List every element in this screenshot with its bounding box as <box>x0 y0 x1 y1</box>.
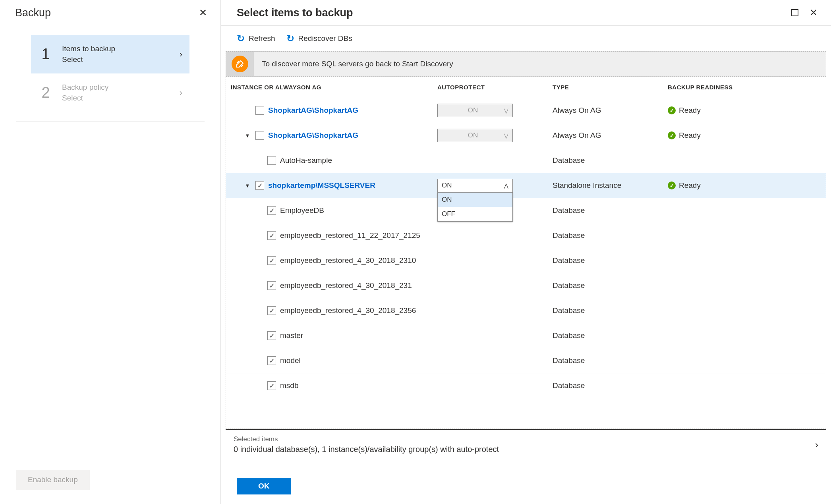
readiness-status: ✓ Ready <box>668 106 821 115</box>
table-row[interactable]: ▼ ShopkartAG\ShopkartAG ON ⋁ Always On A… <box>226 123 826 148</box>
autoprotect-select[interactable]: ON ⋀ ON OFF <box>437 179 513 192</box>
instance-name[interactable]: ShopkartAG\ShopkartAG <box>268 106 358 115</box>
readiness-status: ✓ Ready <box>668 131 821 140</box>
chevron-right-icon: › <box>815 439 818 450</box>
maximize-icon[interactable] <box>791 9 798 16</box>
close-icon[interactable]: ✕ <box>806 6 821 20</box>
row-checkbox[interactable] <box>267 256 276 265</box>
close-icon[interactable]: ✕ <box>195 6 211 20</box>
instance-name[interactable]: shopkartemp\MSSQLSERVER <box>268 181 375 190</box>
table-row[interactable]: ShopkartAG\ShopkartAG ON ⋁ Always On AG … <box>226 98 826 123</box>
row-checkbox[interactable] <box>267 156 276 165</box>
type-cell: Database <box>553 231 668 240</box>
instance-name: employeedb_restored_11_22_2017_2125 <box>280 231 420 240</box>
autoprotect-select[interactable]: ON ⋁ <box>437 104 513 117</box>
row-checkbox[interactable] <box>267 281 276 290</box>
chevron-right-icon: › <box>180 49 182 60</box>
type-cell: Always On AG <box>553 131 668 140</box>
table-header: INSTANCE OR ALWAYSON AG AUTOPROTECT TYPE… <box>226 77 826 98</box>
tools-icon <box>232 56 248 72</box>
readiness-status: ✓ Ready <box>668 181 821 190</box>
type-cell: Database <box>553 156 668 165</box>
row-checkbox[interactable] <box>267 331 276 340</box>
table-row[interactable]: employeedb_restored_4_30_2018_2310Databa… <box>226 248 826 273</box>
col-readiness: BACKUP READINESS <box>668 84 821 91</box>
enable-backup-button[interactable]: Enable backup <box>16 470 90 490</box>
step-title: Backup policy <box>62 82 108 93</box>
type-cell: Database <box>553 381 668 390</box>
row-checkbox[interactable] <box>267 381 276 390</box>
dropdown-option-off[interactable]: OFF <box>438 207 512 221</box>
instance-name[interactable]: ShopkartAG\ShopkartAG <box>268 131 358 140</box>
autoprotect-dropdown: ON OFF <box>437 192 513 222</box>
instance-name: model <box>280 356 301 365</box>
row-checkbox[interactable] <box>255 131 264 140</box>
chevron-right-icon: › <box>180 88 182 98</box>
col-autoprotect: AUTOPROTECT <box>437 84 553 91</box>
table-row[interactable]: AutoHa-sampleDatabase <box>226 148 826 173</box>
instance-name: AutoHa-sample <box>280 156 332 165</box>
autoprotect-value: ON <box>442 182 452 189</box>
table-row[interactable]: masterDatabase <box>226 323 826 348</box>
type-cell: Database <box>553 256 668 265</box>
chevron-up-icon: ⋀ <box>504 183 508 189</box>
selected-items-summary[interactable]: Selected items 0 individual database(s),… <box>226 429 826 460</box>
backup-title: Backup <box>15 7 51 19</box>
instance-name: employeedb_restored_4_30_2018_2356 <box>280 306 416 315</box>
autoprotect-select[interactable]: ON ⋁ <box>437 129 513 142</box>
row-checkbox[interactable] <box>255 106 264 115</box>
instance-name: msdb <box>280 381 298 390</box>
table-row[interactable]: employeedb_restored_4_30_2018_231Databas… <box>226 273 826 298</box>
instance-name: master <box>280 331 303 340</box>
backup-panel: Backup ✕ 1 Items to backup Select › 2 Ba… <box>0 0 221 504</box>
expand-icon[interactable]: ▼ <box>244 183 251 189</box>
expand-icon[interactable]: ▼ <box>244 133 251 139</box>
row-checkbox[interactable] <box>255 181 264 190</box>
step-title: Items to backup <box>62 44 115 54</box>
table-row[interactable]: modelDatabase <box>226 348 826 373</box>
type-cell: Database <box>553 356 668 365</box>
check-circle-icon: ✓ <box>668 131 676 139</box>
wizard-step-2[interactable]: 2 Backup policy Select › <box>31 73 189 112</box>
table-row[interactable]: ▼ shopkartemp\MSSQLSERVER ON ⋀ ON OFF St… <box>226 173 826 198</box>
table-row[interactable]: EmployeeDBDatabase <box>226 198 826 223</box>
refresh-icon: ↻ <box>237 33 245 44</box>
summary-value: 0 individual database(s), 1 instance(s)/… <box>234 445 499 454</box>
instance-name: employeedb_restored_4_30_2018_2310 <box>280 256 416 265</box>
refresh-label: Refresh <box>249 34 275 43</box>
dropdown-option-on[interactable]: ON <box>438 193 512 207</box>
row-checkbox[interactable] <box>267 356 276 365</box>
check-circle-icon: ✓ <box>668 106 676 114</box>
row-checkbox[interactable] <box>267 231 276 240</box>
col-type: TYPE <box>553 84 668 91</box>
select-items-panel: Select items to backup ✕ ↻ Refresh ↻ Red… <box>221 0 831 504</box>
instance-name: employeedb_restored_4_30_2018_231 <box>280 281 412 290</box>
autoprotect-value: ON <box>468 106 478 114</box>
type-cell: Always On AG <box>553 106 668 115</box>
type-cell: Standalone Instance <box>553 181 668 190</box>
table-row[interactable]: employeedb_restored_4_30_2018_2356Databa… <box>226 298 826 323</box>
readiness-label: Ready <box>679 106 701 115</box>
summary-title: Selected items <box>234 435 499 443</box>
step-number: 2 <box>40 84 52 101</box>
chevron-down-icon: ⋁ <box>504 108 508 114</box>
table-row[interactable]: msdbDatabase <box>226 373 826 398</box>
autoprotect-value: ON <box>468 131 478 139</box>
type-cell: Database <box>553 306 668 315</box>
row-checkbox[interactable] <box>267 306 276 315</box>
refresh-icon: ↻ <box>286 33 294 44</box>
readiness-label: Ready <box>679 181 701 190</box>
wizard-step-1[interactable]: 1 Items to backup Select › <box>31 35 189 73</box>
row-checkbox[interactable] <box>267 206 276 215</box>
step-subtitle: Select <box>62 93 108 104</box>
step-subtitle: Select <box>62 54 115 65</box>
table-row[interactable]: employeedb_restored_11_22_2017_2125Datab… <box>226 223 826 248</box>
horizontal-scrollbar[interactable] <box>226 460 826 468</box>
chevron-down-icon: ⋁ <box>504 133 508 139</box>
readiness-label: Ready <box>679 131 701 140</box>
rediscover-button[interactable]: ↻ Rediscover DBs <box>286 33 352 44</box>
instance-name: EmployeeDB <box>280 206 324 215</box>
ok-button[interactable]: OK <box>237 478 291 494</box>
banner-text: To discover more SQL servers go back to … <box>254 60 461 68</box>
refresh-button[interactable]: ↻ Refresh <box>237 33 275 44</box>
